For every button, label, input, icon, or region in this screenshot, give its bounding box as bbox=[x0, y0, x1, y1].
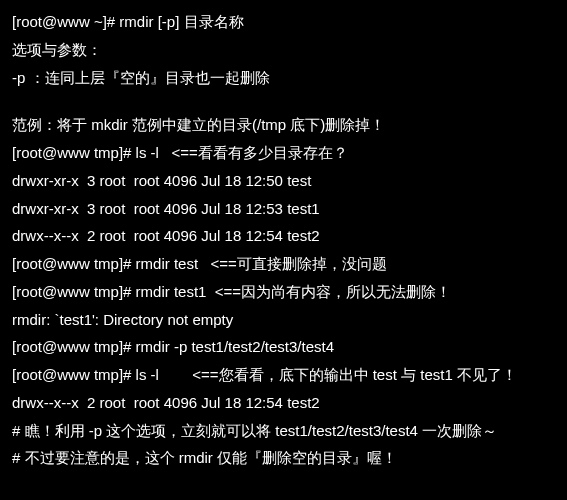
terminal-line-remaining-dir: drwx--x--x 2 root root 4096 Jul 18 12:54… bbox=[12, 389, 555, 417]
terminal-line-comment-2: # 不过要注意的是，这个 rmdir 仅能『删除空的目录』喔！ bbox=[12, 444, 555, 472]
blank-line bbox=[12, 91, 555, 111]
terminal-line-rmdir-recursive: [root@www tmp]# rmdir -p test1/test2/tes… bbox=[12, 333, 555, 361]
terminal-line-dir-test1: drwxr-xr-x 3 root root 4096 Jul 18 12:53… bbox=[12, 195, 555, 223]
terminal-line-options-header: 选项与参数： bbox=[12, 36, 555, 64]
terminal-line-option-p: -p ：连同上层『空的』目录也一起删除 bbox=[12, 64, 555, 92]
terminal-line-dir-test2: drwx--x--x 2 root root 4096 Jul 18 12:54… bbox=[12, 222, 555, 250]
terminal-line-comment-1: # 瞧！利用 -p 这个选项，立刻就可以将 test1/test2/test3/… bbox=[12, 417, 555, 445]
terminal-line-ls-after: [root@www tmp]# ls -l <==您看看，底下的输出中 test… bbox=[12, 361, 555, 389]
terminal-line-example-header: 范例：将于 mkdir 范例中建立的目录(/tmp 底下)删除掉！ bbox=[12, 111, 555, 139]
terminal-line-dir-test: drwxr-xr-x 3 root root 4096 Jul 18 12:50… bbox=[12, 167, 555, 195]
terminal-line-error-output: rmdir: `test1': Directory not empty bbox=[12, 306, 555, 334]
terminal-line-rmdir-test: [root@www tmp]# rmdir test <==可直接删除掉，没问题 bbox=[12, 250, 555, 278]
terminal-line-ls-command: [root@www tmp]# ls -l <==看看有多少目录存在？ bbox=[12, 139, 555, 167]
terminal-line-command-syntax: [root@www ~]# rmdir [-p] 目录名称 bbox=[12, 8, 555, 36]
terminal-line-rmdir-test1: [root@www tmp]# rmdir test1 <==因为尚有内容，所以… bbox=[12, 278, 555, 306]
